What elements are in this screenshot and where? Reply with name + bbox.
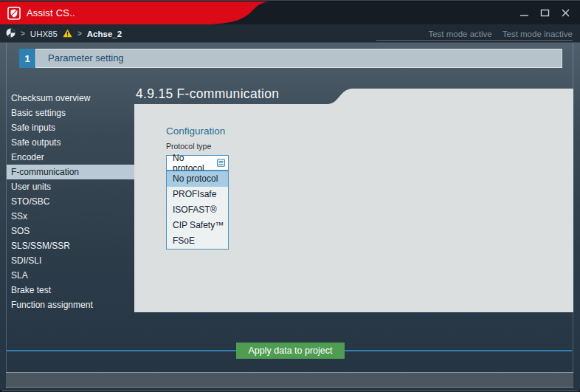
sidebar-item-basic-settings[interactable]: Basic settings xyxy=(7,106,135,120)
sidebar-item-user-units[interactable]: User units xyxy=(7,179,135,194)
dropdown-option-isofast[interactable]: ISOFAST® xyxy=(167,202,228,218)
apply-data-button[interactable]: Apply data to project xyxy=(236,343,345,359)
sidebar-item-function-assignment[interactable]: Function assignment xyxy=(7,298,135,312)
app-window: Assist CS.. > UHX85 xyxy=(0,0,580,392)
maximize-button[interactable] xyxy=(540,8,550,18)
breadcrumb-axis[interactable]: Achse_2 xyxy=(87,30,122,38)
breadcrumb: > UHX85 > Achse_2 xyxy=(6,24,122,43)
window-bottom-border xyxy=(1,391,579,391)
sidebar-item-brake-test[interactable]: Brake test xyxy=(7,283,135,298)
main-region: 1 Parameter setting Checksum overviewBas… xyxy=(0,43,580,390)
dropdown-option-fsoe[interactable]: FSoE xyxy=(167,233,228,249)
dropdown-option-profisafe[interactable]: PROFIsafe xyxy=(167,187,228,202)
dropdown-option-cip-safety[interactable]: CIP Safety™ xyxy=(167,218,228,233)
test-mode-active-link[interactable]: Test mode active xyxy=(428,30,491,38)
warning-icon xyxy=(63,27,72,41)
sidebar-item-sto-sbc[interactable]: STO/SBC xyxy=(7,194,135,209)
breadcrumb-separator: > xyxy=(77,30,82,38)
breadcrumb-separator: > xyxy=(21,30,25,38)
title-bar: Assist CS.. xyxy=(0,1,580,24)
step-number-badge: 1 xyxy=(19,49,35,68)
app-title: Assist CS.. xyxy=(27,1,75,24)
sidebar-item-checksum-overview[interactable]: Checksum overview xyxy=(7,91,135,106)
step-title: Parameter setting xyxy=(35,49,562,68)
sidebar-item-encoder[interactable]: Encoder xyxy=(7,150,135,165)
device-icon xyxy=(6,27,15,41)
protocol-type-dropdown[interactable]: No protocol xyxy=(166,155,229,171)
breadcrumb-device[interactable]: UHX85 xyxy=(30,30,58,38)
sidebar-item-safe-inputs[interactable]: Safe inputs xyxy=(7,120,135,135)
close-button[interactable] xyxy=(561,8,570,18)
sidebar-item-f-communication[interactable]: F-communication xyxy=(7,165,135,179)
section-heading: Configuration xyxy=(166,125,225,137)
protocol-type-label: Protocol type xyxy=(166,142,211,151)
page-title: 4.9.15 F-communication xyxy=(136,86,279,102)
shield-logo-icon xyxy=(7,7,21,23)
dropdown-option-no-protocol[interactable]: No protocol xyxy=(167,171,228,187)
test-mode-inactive-link[interactable]: Test mode inactive xyxy=(503,30,573,38)
status-strip xyxy=(6,372,573,388)
sidebar-item-sdi-sli[interactable]: SDI/SLI xyxy=(7,253,135,268)
sidebar-item-sos[interactable]: SOS xyxy=(7,224,135,238)
sidebar-item-ssx[interactable]: SSx xyxy=(7,209,135,224)
sidebar-item-sls-ssm-ssr[interactable]: SLS/SSM/SSR xyxy=(7,238,135,253)
test-mode-underline xyxy=(376,40,573,41)
sidebar-item-safe-outputs[interactable]: Safe outputs xyxy=(7,135,135,150)
sidebar-item-sla[interactable]: SLA xyxy=(7,268,135,283)
protocol-type-option-list: No protocolPROFIsafeISOFAST®CIP Safety™F… xyxy=(166,171,229,250)
minimize-button[interactable] xyxy=(519,8,529,18)
combobox-list-icon xyxy=(217,157,225,170)
